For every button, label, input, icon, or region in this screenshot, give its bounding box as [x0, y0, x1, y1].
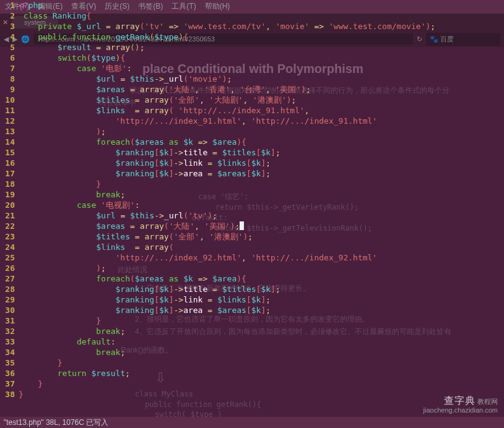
line-number: 22 — [0, 221, 19, 231]
line-number: 31 — [0, 315, 19, 326]
code-line[interactable]: 1<?php — [0, 0, 504, 11]
code-line[interactable]: 2 class Ranking{ — [0, 11, 504, 21]
line-number: 7 — [0, 63, 19, 74]
code-content[interactable]: } — [19, 179, 504, 189]
code-line[interactable]: 35 } — [0, 357, 504, 368]
code-line[interactable]: 34 break; — [0, 347, 504, 357]
code-line[interactable]: 13 ); — [0, 126, 504, 137]
code-content[interactable]: $areas = array('大陆', '香港', '台湾', '美国'); — [19, 84, 504, 95]
line-number: 13 — [0, 126, 19, 137]
code-line[interactable]: 37 } — [0, 379, 504, 389]
code-line[interactable]: 18 } — [0, 179, 504, 189]
code-content[interactable]: return $result; — [19, 368, 504, 379]
code-content[interactable]: $ranking[$k]->area = $areas[$k]; — [19, 168, 504, 179]
code-content[interactable]: foreach($areas as $k => $area){ — [19, 273, 504, 284]
code-content[interactable]: <?php — [19, 0, 504, 11]
code-content[interactable]: $ranking[$k]->link = $links[$k]; — [19, 158, 504, 168]
code-content[interactable]: public function getRank($type){ — [19, 32, 504, 42]
code-content[interactable]: break; — [19, 347, 504, 357]
line-number: 14 — [0, 137, 19, 147]
code-line[interactable]: 31 } — [0, 315, 504, 326]
code-line[interactable]: 32 break; — [0, 326, 504, 336]
code-line[interactable]: 28 $ranking[$k]->title = $titles[$k]; — [0, 284, 504, 294]
code-content[interactable]: $ranking[$k]->title = $titles[$k]; — [19, 147, 504, 158]
code-line[interactable]: 8 $url = $this->_url('movie'); — [0, 74, 504, 84]
code-content[interactable]: case '电影': — [19, 63, 504, 74]
code-editor[interactable]: 1<?php2 class Ranking{3 private $_url = … — [0, 0, 504, 428]
code-line[interactable]: 19 break; — [0, 189, 504, 200]
code-line[interactable]: 3 private $_url = array('tv' => 'www.tes… — [0, 21, 504, 32]
code-content[interactable]: $links = array( — [19, 242, 504, 252]
code-line[interactable]: 26 ); — [0, 263, 504, 273]
code-content[interactable]: $result = array(); — [19, 42, 504, 53]
code-content[interactable]: class Ranking{ — [19, 11, 504, 21]
code-content[interactable]: 'http://.../index_92.html', 'http://.../… — [19, 252, 504, 263]
code-line[interactable]: 14 foreach($areas as $k => $area){ — [0, 137, 504, 147]
line-number: 36 — [0, 368, 19, 379]
code-content[interactable]: ); — [19, 263, 504, 273]
code-line[interactable]: 17 $ranking[$k]->area = $areas[$k]; — [0, 168, 504, 179]
code-line[interactable]: 30 $ranking[$k]->area = $areas[$k]; — [0, 305, 504, 315]
code-line[interactable]: 36 return $result; — [0, 368, 504, 379]
code-line[interactable]: 9 $areas = array('大陆', '香港', '台湾', '美国')… — [0, 84, 504, 95]
line-number: 23 — [0, 231, 19, 242]
line-number: 9 — [0, 84, 19, 95]
editor-status-bar: "test13.php" 38L, 1076C 已写入 — [0, 417, 504, 428]
code-content[interactable]: $titles = array('全部', '大陆剧', '港澳剧'); — [19, 95, 504, 105]
code-line[interactable]: 24 $links = array( — [0, 242, 504, 252]
code-line[interactable]: 33 default: — [0, 336, 504, 347]
code-line[interactable]: 23 $titles = array('全部', '港澳剧'); — [0, 231, 504, 242]
line-number: 6 — [0, 53, 19, 63]
code-content[interactable]: $url = $this->_url('tv'); — [19, 210, 504, 221]
code-line[interactable]: 6 switch($type){ — [0, 53, 504, 63]
code-content[interactable]: foreach($areas as $k => $area){ — [19, 137, 504, 147]
code-content[interactable]: private $_url = array('tv' => 'www.test.… — [19, 21, 504, 32]
code-line[interactable]: 11 $links = array( 'http://.../index_91.… — [0, 105, 504, 116]
code-content[interactable]: break; — [19, 326, 504, 336]
code-line[interactable]: 25 'http://.../index_92.html', 'http://.… — [0, 252, 504, 263]
code-line[interactable]: 22 $areas = array('大陆', '美国'); — [0, 221, 504, 231]
code-line[interactable]: 4 public function getRank($type){ — [0, 32, 504, 42]
line-number: 15 — [0, 147, 19, 158]
code-line[interactable]: 20 case '电视剧': — [0, 200, 504, 210]
line-number: 25 — [0, 252, 19, 263]
line-number: 11 — [0, 105, 19, 116]
code-line[interactable]: 5 $result = array(); — [0, 42, 504, 53]
line-number: 26 — [0, 263, 19, 273]
code-content[interactable]: $links = array( 'http://.../index_91.htm… — [19, 105, 504, 116]
code-line[interactable]: 12 'http://.../index_91.html', 'http://.… — [0, 116, 504, 126]
line-number: 37 — [0, 379, 19, 389]
code-content[interactable]: case '电视剧': — [19, 200, 504, 210]
code-content[interactable]: } — [19, 315, 504, 326]
code-content[interactable]: default: — [19, 336, 504, 347]
code-line[interactable]: 10 $titles = array('全部', '大陆剧', '港澳剧'); — [0, 95, 504, 105]
code-content[interactable]: $titles = array('全部', '港澳剧'); — [19, 231, 504, 242]
code-line[interactable]: 7 case '电影': — [0, 63, 504, 74]
line-number: 33 — [0, 336, 19, 347]
code-content[interactable]: break; — [19, 189, 504, 200]
code-line[interactable]: 15 $ranking[$k]->title = $titles[$k]; — [0, 147, 504, 158]
code-content[interactable]: } — [19, 357, 504, 368]
line-number: 2 — [0, 11, 19, 21]
code-line[interactable]: 27 foreach($areas as $k => $area){ — [0, 273, 504, 284]
line-number: 29 — [0, 294, 19, 305]
code-content[interactable]: $ranking[$k]->title = $titles[$k]; — [19, 284, 504, 294]
line-number: 24 — [0, 242, 19, 252]
code-content[interactable]: $ranking[$k]->link = $links[$k]; — [19, 294, 504, 305]
code-line[interactable]: 16 $ranking[$k]->link = $links[$k]; — [0, 158, 504, 168]
code-content[interactable]: $areas = array('大陆', '美国'); — [19, 221, 504, 231]
code-content[interactable]: } — [19, 379, 504, 389]
code-line[interactable]: 29 $ranking[$k]->link = $links[$k]; — [0, 294, 504, 305]
code-content[interactable]: ); — [19, 126, 504, 137]
line-number: 3 — [0, 21, 19, 32]
line-number: 4 — [0, 32, 19, 42]
code-content[interactable]: $url = $this->_url('movie'); — [19, 74, 504, 84]
code-content[interactable]: switch($type){ — [19, 53, 504, 63]
line-number: 38 — [0, 389, 19, 400]
line-number: 34 — [0, 347, 19, 357]
line-number: 21 — [0, 210, 19, 221]
code-content[interactable]: $ranking[$k]->area = $areas[$k]; — [19, 305, 504, 315]
line-number: 10 — [0, 95, 19, 105]
code-line[interactable]: 21 $url = $this->_url('tv'); — [0, 210, 504, 221]
code-content[interactable]: 'http://.../index_91.html', 'http://.../… — [19, 116, 504, 126]
